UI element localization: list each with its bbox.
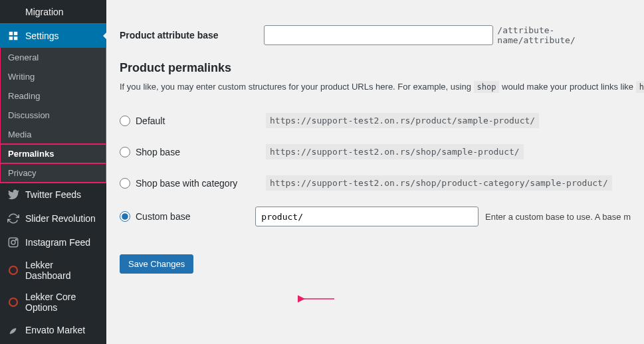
settings-group-highlight: Settings General Writing Reading Discuss… [0,24,106,183]
sidebar-item-slider[interactable]: Slider Revolution [0,207,106,230]
radio-custom[interactable] [120,211,130,222]
attribute-base-trail: /attribute-name/attribute/ [497,25,631,45]
annotation-arrow-icon [298,292,338,305]
sidebar-item-envato[interactable]: Envato Market [0,318,106,342]
svg-point-2 [15,239,17,240]
radio-label-shopcat[interactable]: Shop base with category [120,178,266,189]
radio-shopcat[interactable] [120,178,130,189]
attribute-base-label: Product attribute base [120,30,264,41]
save-button[interactable]: Save Changes [120,254,193,274]
radio-label-shop[interactable]: Shop base [120,147,266,157]
sidebar-label: Settings [25,31,59,41]
permalink-option-custom: Custom base Enter a custom base to use. … [120,199,631,234]
sidebar-item-lekker-core[interactable]: Lekker Core Options [0,286,106,318]
custom-base-hint: Enter a custom base to use. A base m [485,212,631,222]
submenu-item-reading[interactable]: Reading [0,86,106,106]
sidebar-label: Envato Market [25,325,85,335]
code-tag-shop: shop [474,81,500,93]
permalink-option-shopcat: Shop base with category https://support-… [120,167,631,199]
radio-label-custom[interactable]: Custom base [120,211,255,222]
attribute-base-input[interactable] [264,25,493,45]
sidebar-label: Slider Revolution [25,213,96,224]
main-content: Product attribute base /attribute-name/a… [106,0,644,344]
permalink-url-shop: https://support-test2.on.rs/shop/sample-… [266,144,524,159]
sidebar-item-instagram[interactable]: Instagram Feed [0,230,106,254]
refresh-icon [7,212,20,225]
sidebar-item-settings[interactable]: Settings [0,24,106,48]
svg-point-1 [11,240,15,244]
submenu-item-permalinks[interactable]: Permalinks [0,144,106,163]
circle-icon [7,264,20,277]
migration-icon [7,5,20,19]
permalink-option-shop: Shop base https://support-test2.on.rs/sh… [120,136,631,167]
permalink-url-shopcat: https://support-test2.on.rs/shop/product… [266,175,612,191]
submenu-item-writing[interactable]: Writing [0,67,106,86]
leaf-icon [7,323,20,337]
permalinks-description: If you like, you may enter custom struct… [120,82,631,92]
permalink-option-default: Default https://support-test2.on.rs/prod… [120,105,631,136]
svg-point-3 [9,266,17,274]
permalink-url-default: https://support-test2.on.rs/product/samp… [266,113,539,128]
radio-shop[interactable] [120,147,130,157]
radio-label-default[interactable]: Default [120,116,266,126]
submenu-item-discussion[interactable]: Discussion [0,106,106,125]
sidebar-label: Migration [25,7,64,17]
submenu-item-media[interactable]: Media [0,125,106,144]
twitter-icon [7,188,20,201]
custom-base-input[interactable] [255,207,479,226]
sidebar-label: Twitter Feeds [25,189,81,200]
admin-sidebar: Migration Settings General Writing Readi… [0,0,106,344]
settings-icon [7,29,20,43]
permalinks-heading: Product permalinks [120,61,631,75]
sidebar-label: Lekker Dashboard [25,260,100,281]
submenu-item-general[interactable]: General [0,48,106,67]
code-tag-truncated: h [636,81,644,93]
field-row-attribute-base: Product attribute base /attribute-name/a… [120,25,631,45]
sidebar-item-migration[interactable]: Migration [0,0,106,24]
submenu-item-privacy[interactable]: Privacy [0,163,106,183]
settings-submenu: General Writing Reading Discussion Media… [0,48,106,183]
sidebar-item-lekker-dashboard[interactable]: Lekker Dashboard [0,254,106,286]
svg-point-4 [9,298,17,306]
sidebar-item-twitter[interactable]: Twitter Feeds [0,183,106,207]
sidebar-label: Lekker Core Options [25,292,100,313]
instagram-icon [7,236,20,249]
circle-icon [7,296,20,309]
radio-default[interactable] [120,116,130,126]
sidebar-label: Instagram Feed [25,237,90,248]
